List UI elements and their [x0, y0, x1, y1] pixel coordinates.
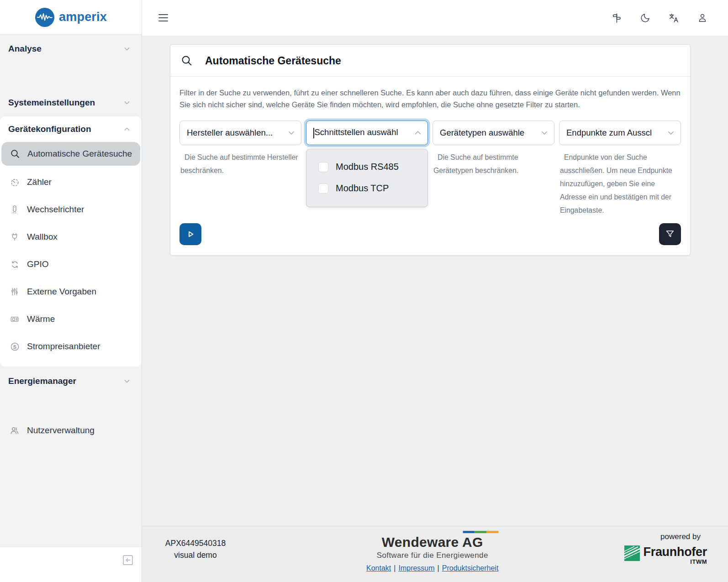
sidebar-section-analyse[interactable]: Analyse	[0, 39, 142, 59]
search-icon	[10, 148, 21, 159]
main-column: Automatische Gerätesuche Filter in der S…	[142, 0, 728, 582]
topbar	[142, 0, 728, 36]
sidebar-item-label: Wallbox	[27, 232, 58, 242]
option-modbus-rs485[interactable]: Modbus RS485	[306, 156, 427, 178]
heater-icon	[9, 314, 20, 324]
powered-by-block: powered by Fraunhofer ITWM	[624, 532, 707, 565]
link-produktsicherheit[interactable]: Produktsicherheit	[442, 564, 499, 572]
sidebar-section-geraetekonfiguration[interactable]: Gerätekonfiguration	[0, 119, 142, 139]
filter-row: Hersteller auswählen... Die Suche auf be…	[179, 121, 681, 217]
endpunkte-select[interactable]: Endpunkte zum Ausscl	[559, 121, 681, 145]
filter-settings-button[interactable]	[659, 223, 681, 245]
chevron-down-icon	[287, 129, 295, 137]
option-label: Modbus TCP	[336, 183, 389, 194]
price-circle-icon: S	[9, 341, 20, 352]
actions-row	[179, 223, 681, 245]
sidebar-item-externe-vorgaben[interactable]: Externe Vorgaben	[0, 278, 142, 305]
link-kontakt[interactable]: Kontakt	[366, 564, 391, 572]
option-label: Modbus RS485	[336, 162, 399, 172]
moon-icon	[640, 12, 651, 23]
helper-text: Endpunkte von der Suche ausschließen. Um…	[560, 151, 680, 217]
logo[interactable]: amperix	[0, 0, 142, 35]
play-icon	[185, 228, 196, 240]
filter-schnittstellen: Schnittstellen auswähl Modbus RS485	[306, 121, 428, 145]
section-label: Systemeinstellungen	[8, 98, 95, 108]
signpost-button[interactable]	[611, 12, 622, 24]
translate-icon	[668, 12, 680, 24]
device-id: APX6449540318	[152, 537, 239, 549]
chevron-down-icon	[123, 45, 131, 52]
chevron-down-icon	[123, 99, 131, 106]
collapse-sidebar-button[interactable]	[121, 553, 135, 567]
menu-button[interactable]	[158, 14, 169, 21]
filter-geraetetypen: Gerätetypen auswähle Die Suche auf besti…	[433, 121, 554, 177]
select-placeholder: Gerätetypen auswähle	[440, 128, 538, 138]
device-info: APX6449540318 visual demo	[152, 537, 239, 561]
sidebar-item-label: Automatische Gerätesuche	[27, 149, 132, 159]
funnel-icon	[665, 229, 675, 240]
sidebar-item-wechselrichter[interactable]: Wechselrichter	[0, 196, 142, 223]
sidebar-item-gpio[interactable]: GPIO	[0, 251, 142, 278]
device-search-card: Automatische Gerätesuche Filter in der S…	[170, 44, 691, 256]
sidebar-item-label: GPIO	[27, 259, 49, 269]
search-description: Filter in der Suche zu verwenden, führt …	[179, 87, 681, 110]
brand-block: Wendeware AG Software für die Energiewen…	[366, 531, 498, 572]
topbar-actions	[594, 12, 708, 24]
sidebar-item-label: Nutzerverwaltung	[27, 425, 95, 435]
inverter-icon	[9, 204, 20, 215]
sidebar-item-strompreisanbieter[interactable]: S Strompreisanbieter	[0, 333, 142, 360]
fraunhofer-text: Fraunhofer ITWM	[643, 545, 707, 565]
search-icon	[180, 54, 193, 67]
sidebar-section-systemeinstellungen[interactable]: Systemeinstellungen	[0, 93, 142, 113]
sidebar-item-nutzerverwaltung[interactable]: Nutzerverwaltung	[0, 417, 142, 444]
chevron-down-icon	[667, 129, 675, 137]
checkbox[interactable]	[318, 162, 328, 172]
chevron-down-icon	[123, 378, 131, 385]
sidebar-item-label: Externe Vorgaben	[27, 287, 96, 297]
sidebar-section-energiemanager[interactable]: Energiemanager	[0, 371, 142, 391]
filter-hersteller: Hersteller auswählen... Die Suche auf be…	[179, 121, 301, 177]
sidebar: amperix Analyse Systemeinstellungen Gerä…	[0, 0, 142, 582]
section-label: Gerätekonfiguration	[8, 124, 91, 134]
start-search-button[interactable]	[179, 223, 201, 245]
chevron-up-icon	[414, 129, 422, 137]
sidebar-item-wallbox[interactable]: Wallbox	[0, 223, 142, 251]
logo-text: amperix	[59, 10, 107, 24]
users-icon	[9, 425, 20, 436]
hersteller-select[interactable]: Hersteller auswählen...	[179, 121, 301, 145]
link-impressum[interactable]: Impressum	[398, 564, 434, 572]
account-button[interactable]	[697, 12, 708, 23]
section-label: Analyse	[8, 44, 42, 54]
geraetetypen-select[interactable]: Gerätetypen auswähle	[433, 121, 554, 145]
app-root: amperix Analyse Systemeinstellungen Gerä…	[0, 0, 728, 582]
powered-by-label: powered by	[660, 532, 701, 541]
sidebar-item-automatische-geraetesuche[interactable]: Automatische Gerätesuche	[1, 142, 140, 166]
card-body: Filter in der Suche zu verwenden, führt …	[170, 77, 690, 255]
helper-text: Die Suche auf bestimmte Hersteller besch…	[180, 151, 301, 177]
meter-icon	[9, 177, 20, 188]
sidebar-footer	[0, 547, 142, 582]
filter-endpunkte: Endpunkte zum Ausscl Endpunkte von der S…	[559, 121, 681, 217]
checkbox[interactable]	[318, 184, 328, 194]
sidebar-group-geraetekonfiguration: Gerätekonfiguration Automatische Gerätes…	[0, 116, 142, 367]
chevron-up-icon	[123, 126, 131, 133]
sidebar-item-label: Wärme	[27, 314, 55, 324]
sidebar-nav: Analyse Systemeinstellungen Gerätekonfig…	[0, 35, 142, 547]
text-cursor	[313, 128, 314, 138]
schnittstellen-select[interactable]: Schnittstellen auswähl	[306, 121, 428, 145]
card-header: Automatische Gerätesuche	[170, 45, 690, 77]
sidebar-item-zaehler[interactable]: Zähler	[0, 168, 142, 196]
sidebar-item-waerme[interactable]: Wärme	[0, 305, 142, 333]
signpost-icon	[611, 12, 622, 24]
language-button[interactable]	[668, 12, 680, 24]
option-modbus-tcp[interactable]: Modbus TCP	[306, 178, 427, 199]
fraunhofer-icon	[624, 545, 640, 561]
amperix-logo-icon	[35, 7, 55, 27]
user-icon	[697, 12, 708, 23]
dark-mode-button[interactable]	[640, 12, 651, 23]
select-placeholder: Endpunkte zum Ausscl	[566, 128, 664, 138]
sidebar-item-label: Zähler	[27, 177, 52, 187]
brand-color-bar	[463, 531, 498, 533]
footer-links: Kontakt|Impressum|Produktsicherheit	[366, 564, 498, 572]
helper-text: Die Suche auf bestimmte Gerätetypen besc…	[433, 151, 554, 177]
